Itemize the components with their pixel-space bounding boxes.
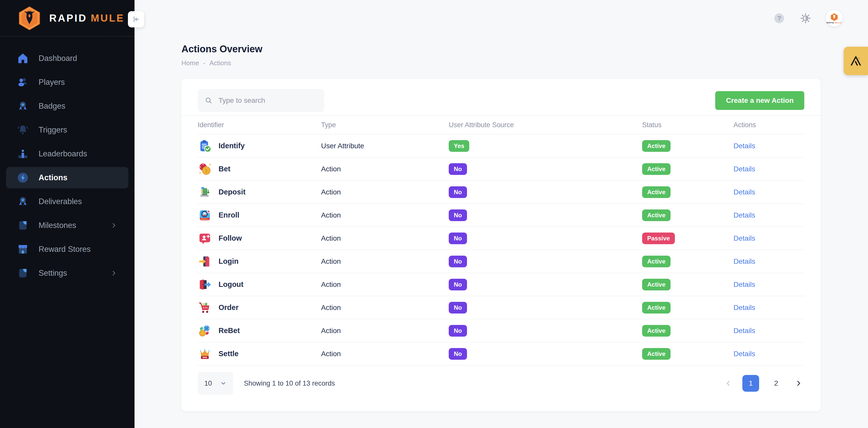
theme-toggle-icon[interactable] [800,12,812,24]
table-toolbar: Create a new Action [182,79,820,116]
user-attribute-source-badge: No [449,209,467,221]
widget-logo-icon [849,54,862,67]
mule-hexagon-logo-icon [16,5,43,31]
sidebar-item-label: Actions [38,173,67,182]
sidebar-item-reward-stores[interactable]: Reward Stores [6,239,128,260]
sidebar-item-deliverables[interactable]: Deliverables [6,191,128,212]
row-type: Action [321,257,449,266]
actions-table-card: Create a new Action Identifier Type User… [182,79,820,411]
row-identifier: Logout [219,280,243,288]
row-type: Action [321,280,449,288]
next-page-icon[interactable] [793,378,804,389]
col-header-user-attribute-source: User Attribute Source [449,121,642,129]
brand-logo[interactable]: RAPIDMULE [16,5,125,31]
details-link[interactable]: Details [734,350,804,358]
row-identifier: Enroll [219,211,239,219]
table-row: WIN Settle Action No Active Details [198,342,804,366]
details-link[interactable]: Details [734,234,804,242]
status-badge: Active [642,325,671,337]
table-row: $ Bet Action No Active Details [198,158,804,181]
user-attribute-source-badge: No [449,163,467,175]
svg-text:WIN: WIN [203,356,207,359]
sidebar-item-actions[interactable]: Actions [6,167,128,188]
chevron-right-icon [110,269,118,277]
details-link[interactable]: Details [734,327,804,335]
details-link[interactable]: Details [734,280,804,288]
search-box[interactable] [198,89,324,112]
details-link[interactable]: Details [734,304,804,312]
follow-user-icon [198,231,212,245]
sidebar-item-settings[interactable]: Settings [6,263,128,284]
sidebar-item-badges[interactable]: Badges [6,95,128,117]
user-avatar[interactable]: RAPID MULE [826,10,843,27]
row-identifier: ReBet [219,327,240,335]
col-header-identifier: Identifier [198,121,321,129]
players-icon [16,75,29,89]
svg-text:$: $ [205,168,207,173]
page-number-1[interactable]: 1 [742,375,759,392]
home-icon [16,52,29,65]
feedback-widget-tab[interactable] [844,47,868,75]
cash-deposit-icon [198,185,212,199]
previous-page-icon[interactable] [722,378,734,389]
shopping-cart-icon [198,301,212,315]
table-row: Identify User Attribute Yes Active Detai… [198,134,804,158]
medal-icon [16,99,29,113]
topbar: ? RAPID MULE [134,0,868,36]
page-header: Actions Overview Home - Actions [182,44,262,67]
status-badge: Active [642,279,671,291]
pagination-summary: Showing 1 to 10 of 13 records [244,379,335,387]
brand-first: RAPID [49,12,87,24]
sidebar-item-label: Badges [38,101,65,111]
sidebar-item-label: Players [38,78,65,87]
page-size-value: 10 [204,379,212,387]
clipboard-check-icon [198,139,212,153]
page-size-select[interactable]: 10 [198,372,233,395]
row-type: Action [321,165,449,173]
sidebar-header: RAPIDMULE [0,0,134,36]
lightning-icon [16,171,29,184]
sidebar-item-milestones[interactable]: Milestones [6,215,128,236]
brand-second: MULE [91,12,124,24]
avatar-logo-icon [830,13,839,21]
details-link[interactable]: Details [734,142,804,150]
details-link[interactable]: Details [734,211,804,219]
col-header-status: Status [642,121,734,129]
row-type: Action [321,188,449,196]
table-row: Order Action No Active Details [198,296,804,319]
breadcrumb-home[interactable]: Home [182,59,199,67]
collapse-arrow-icon [132,15,141,24]
col-header-actions: Actions [734,121,804,129]
details-link[interactable]: Details [734,257,804,266]
sidebar-item-dashboard[interactable]: Dashboard [6,48,128,69]
status-badge: Active [642,209,671,221]
row-type: Action [321,211,449,219]
search-input[interactable] [218,96,317,105]
help-icon[interactable]: ? [773,12,785,24]
page-title: Actions Overview [182,44,262,55]
pager: 1 2 [722,375,804,392]
svg-text:?: ? [777,15,781,22]
sidebar-nav: Dashboard Players Badges Triggers [0,36,134,284]
user-attribute-source-badge: Yes [449,140,469,152]
sidebar-item-leaderboards[interactable]: Leaderboards [6,143,128,164]
row-type: Action [321,327,449,335]
status-badge: Active [642,163,671,175]
sidebar-item-triggers[interactable]: Triggers [6,119,128,141]
rebet-chips-icon [198,324,212,338]
page-number-2[interactable]: 2 [768,375,784,392]
collapse-sidebar-button[interactable] [128,11,144,27]
podium-icon [16,147,29,160]
document-icon [16,219,29,232]
document-icon [16,267,29,280]
status-badge: Active [642,256,671,267]
status-badge: Active [642,140,671,152]
breadcrumb: Home - Actions [182,59,262,67]
sidebar-item-players[interactable]: Players [6,71,128,93]
row-identifier: Settle [219,349,239,358]
details-link[interactable]: Details [734,165,804,173]
create-action-button[interactable]: Create a new Action [715,91,804,110]
details-link[interactable]: Details [734,188,804,196]
row-identifier: Identify [219,142,245,150]
user-attribute-source-badge: No [449,186,467,198]
